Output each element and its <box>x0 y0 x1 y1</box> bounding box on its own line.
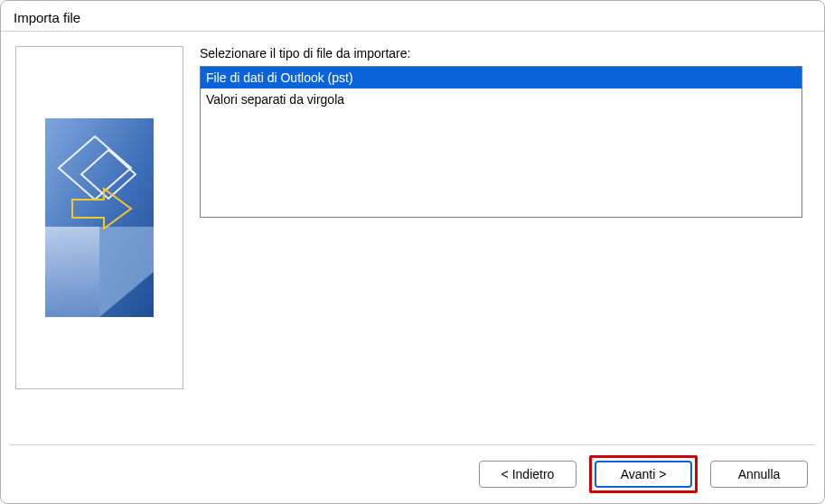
wizard-graphic <box>45 118 154 317</box>
dialog-body: Selezionare il tipo di file da importare… <box>1 32 824 440</box>
svg-marker-1 <box>45 227 99 317</box>
import-file-dialog: Importa file <box>0 0 825 504</box>
file-type-prompt: Selezionare il tipo di file da importare… <box>200 46 802 61</box>
content-column: Selezionare il tipo di file da importare… <box>200 46 802 218</box>
window-title: Importa file <box>1 1 824 31</box>
button-row: < Indietro Avanti > Annulla <box>1 445 824 503</box>
back-button[interactable]: < Indietro <box>479 461 577 488</box>
next-button[interactable]: Avanti > <box>595 461 692 488</box>
file-type-option-csv[interactable]: Valori separati da virgola <box>201 89 802 110</box>
file-type-listbox[interactable]: File di dati di Outlook (pst) Valori sep… <box>200 66 802 218</box>
file-type-option-pst[interactable]: File di dati di Outlook (pst) <box>201 67 802 89</box>
next-button-callout: Avanti > <box>589 455 698 493</box>
cancel-button[interactable]: Annulla <box>710 461 808 488</box>
wizard-graphic-frame <box>15 46 183 389</box>
